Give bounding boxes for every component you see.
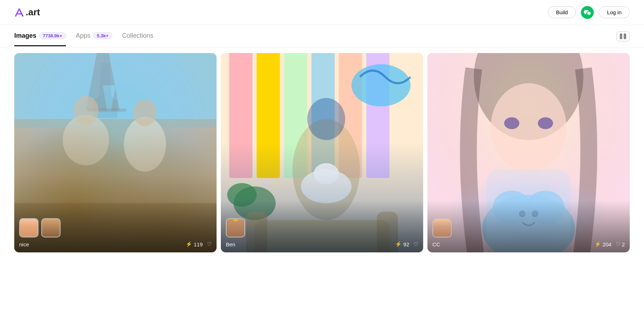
card-2-avatar-1: 👑 [226, 218, 245, 237]
gallery-grid: nice ⚡ 119 ♡ [0, 47, 644, 258]
gallery-card-2[interactable]: 👑 Ben ⚡ 92 ♡ [221, 53, 423, 252]
card-2-overlay: 👑 Ben ⚡ 92 ♡ [221, 200, 423, 252]
card-3-stats: ⚡ 204 ♡ 2 [594, 241, 625, 247]
svg-rect-10 [229, 53, 253, 178]
svg-point-30 [504, 117, 519, 129]
card-1-avatar-2 [41, 218, 61, 237]
tab-images-badge: 7738.9k+ [39, 32, 66, 39]
svg-point-31 [538, 117, 553, 129]
card-2-heart-stat[interactable]: ♡ [414, 241, 418, 247]
lightning-icon: ⚡ [594, 241, 601, 247]
layout-col-2 [624, 33, 626, 39]
card-1-avatar-1 [19, 218, 38, 237]
tab-apps[interactable]: Apps 5.3k+ [76, 32, 112, 46]
wechat-icon[interactable] [581, 6, 594, 19]
tab-collections-label: Collections [122, 32, 154, 40]
avatar-face [20, 219, 38, 237]
logo-text: .art [26, 7, 40, 18]
card-2-bottom: Ben ⚡ 92 ♡ [226, 241, 418, 247]
card-2-lightning-count: 92 [403, 241, 409, 247]
card-1-heart-stat[interactable]: ♡ [207, 241, 212, 247]
crown-badge: 👑 [233, 218, 239, 221]
card-3-overlay: CC ⚡ 204 ♡ 2 [427, 200, 630, 252]
card-3-heart-stat[interactable]: ♡ 2 [616, 241, 625, 247]
card-3-username: CC [432, 241, 440, 247]
card-3-lightning-count: 204 [603, 241, 612, 247]
svg-point-20 [307, 98, 346, 140]
card-1-username: nice [19, 241, 29, 247]
svg-point-5 [73, 96, 99, 125]
card-1-bottom: nice ⚡ 119 ♡ [19, 241, 212, 247]
tab-apps-label: Apps [76, 32, 90, 40]
tab-images[interactable]: Images 7738.9k+ [14, 32, 66, 46]
card-2-username: Ben [226, 241, 235, 247]
card-1-stats: ⚡ 119 ♡ [186, 241, 212, 247]
site-header: .art Build Log in [0, 0, 644, 25]
svg-point-22 [313, 163, 339, 184]
card-3-lightning-stat: ⚡ 204 [594, 241, 612, 247]
avatar-face [227, 219, 244, 237]
layout-col-1 [620, 33, 622, 39]
build-button[interactable]: Build [548, 6, 576, 18]
login-button[interactable]: Log in [599, 6, 630, 18]
lightning-icon: ⚡ [186, 241, 192, 247]
heart-icon: ♡ [207, 241, 212, 247]
svg-point-16 [352, 64, 411, 106]
header-actions: Build Log in [548, 6, 630, 19]
tab-collections[interactable]: Collections [122, 32, 154, 46]
card-1-avatars [19, 218, 212, 237]
avatar-face [433, 219, 451, 237]
svg-point-6 [124, 117, 166, 172]
svg-rect-12 [284, 53, 307, 178]
card-1-lightning-count: 119 [194, 241, 203, 247]
svg-point-21 [301, 169, 352, 203]
card-1-overlay: nice ⚡ 119 ♡ [14, 200, 217, 252]
card-2-avatars: 👑 [226, 218, 418, 237]
wechat-svg [583, 9, 591, 16]
heart-icon: ♡ [616, 241, 620, 247]
svg-point-7 [133, 99, 157, 126]
card-3-bottom: CC ⚡ 204 ♡ 2 [432, 241, 625, 247]
svg-point-29 [491, 83, 567, 172]
gallery-card-1[interactable]: nice ⚡ 119 ♡ [14, 53, 217, 252]
tab-images-label: Images [14, 32, 36, 40]
logo[interactable]: .art [14, 7, 40, 18]
card-1-lightning-stat: ⚡ 119 [186, 241, 203, 247]
tab-apps-badge: 5.3k+ [93, 32, 112, 39]
svg-rect-11 [257, 53, 280, 178]
card-2-lightning-stat: ⚡ 92 [395, 241, 409, 247]
gallery-card-3[interactable]: CC ⚡ 204 ♡ 2 [427, 53, 630, 252]
card-3-avatar-1 [432, 218, 452, 237]
layout-toggle-button[interactable] [616, 31, 630, 41]
card-3-avatars [432, 218, 625, 237]
lightning-icon: ⚡ [395, 241, 402, 247]
card-2-stats: ⚡ 92 ♡ [395, 241, 418, 247]
heart-icon: ♡ [414, 241, 418, 247]
avatar-face [42, 219, 60, 237]
logo-icon [14, 7, 24, 17]
tabs-navigation: Images 7738.9k+ Apps 5.3k+ Collections [0, 25, 644, 47]
card-3-heart-count: 2 [622, 241, 625, 247]
